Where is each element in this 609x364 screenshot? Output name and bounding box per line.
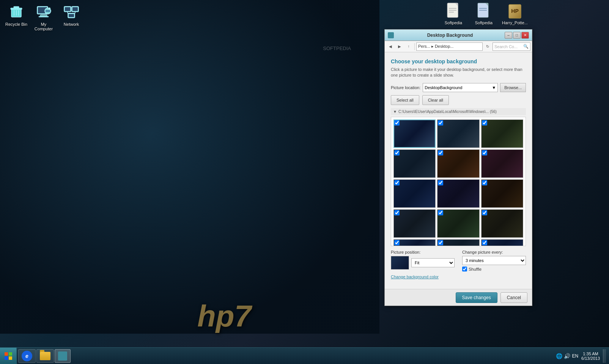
clear-all-button[interactable]: Clear all: [422, 95, 449, 105]
svg-point-12: [48, 8, 50, 10]
show-desktop-button[interactable]: [603, 349, 606, 363]
harry-potter-icon: HP: [507, 2, 523, 20]
image-checkbox-1[interactable]: [394, 120, 400, 126]
desktop-icon-recycle-bin[interactable]: Recycle Bin: [1, 2, 31, 27]
desktop: hp7 SOFTPEDIA Recycle Bin: [0, 0, 609, 364]
image-thumb-11[interactable]: [437, 209, 479, 238]
taskbar-time: 1:35 AM: [581, 351, 600, 356]
address-bar[interactable]: Pers... ▸ Desktop...: [416, 42, 483, 51]
browse-button[interactable]: Browse...: [500, 83, 526, 92]
taskbar-explorer-button[interactable]: [36, 349, 54, 363]
taskbar-clock[interactable]: 1:35 AM 6/13/2013: [581, 351, 600, 361]
change-picture-section: Change picture every: 3 minutes 10 minut…: [462, 250, 526, 271]
svg-rect-1: [11, 8, 22, 9]
change-picture-label: Change picture every:: [462, 250, 526, 254]
svg-rect-36: [9, 352, 12, 356]
taskbar-right: 🌐 🔊 EN 1:35 AM 6/13/2013: [553, 349, 609, 363]
save-changes-button[interactable]: Save changes: [456, 292, 497, 303]
desktop-icon-softpedia1[interactable]: Softpedia: [438, 2, 469, 25]
image-checkbox-10[interactable]: [394, 210, 400, 215]
image-checkbox-7[interactable]: [394, 180, 400, 185]
recycle-bin-icon: [7, 2, 25, 20]
image-thumb-3[interactable]: [481, 119, 523, 148]
image-checkbox-9[interactable]: [482, 180, 487, 185]
image-thumb-14[interactable]: [437, 239, 479, 246]
select-clear-row: Select all Clear all: [391, 95, 526, 105]
image-checkbox-14[interactable]: [438, 240, 443, 245]
document-icon: [445, 2, 461, 20]
image-thumb-13[interactable]: [393, 239, 436, 246]
image-checkbox-5[interactable]: [438, 150, 443, 155]
select-all-button[interactable]: Select all: [391, 95, 419, 105]
image-thumb-1[interactable]: [393, 119, 436, 148]
refresh-button[interactable]: ↻: [483, 42, 492, 51]
taskbar-date: 6/13/2013: [581, 356, 600, 361]
image-checkbox-12[interactable]: [482, 210, 487, 215]
desktop-icon-harry-potter[interactable]: HP Harry_Potte...: [500, 2, 530, 25]
close-button[interactable]: ✕: [521, 32, 529, 39]
start-button[interactable]: [0, 348, 17, 364]
picture-location-value: DesktopBackground: [425, 85, 462, 90]
shuffle-label: Shuffle: [469, 267, 482, 271]
taskbar-control-panel-button[interactable]: [55, 349, 71, 363]
svg-rect-18: [69, 14, 74, 17]
dialog-subtext: Click a picture to make it your desktop …: [391, 67, 526, 78]
image-checkbox-4[interactable]: [394, 150, 400, 155]
desktop-icon-softpedia2[interactable]: Softpedia: [469, 2, 499, 25]
maximize-button[interactable]: □: [513, 32, 521, 39]
image-checkbox-2[interactable]: [438, 120, 443, 126]
image-checkbox-6[interactable]: [482, 150, 487, 155]
cancel-button[interactable]: Cancel: [500, 292, 527, 303]
interval-select[interactable]: 3 minutes 10 minutes 30 minutes 1 hour: [462, 256, 526, 265]
expand-icon: ▼: [393, 110, 397, 114]
picture-location-row: Picture location: DesktopBackground ▼ Br…: [391, 83, 526, 92]
picture-position-section: Picture position: Fit Fill Stretch Tile …: [391, 250, 455, 270]
back-button[interactable]: ◀: [386, 42, 395, 51]
image-thumb-7[interactable]: [393, 179, 436, 208]
my-computer-label: MyComputer: [35, 22, 53, 31]
picture-location-select[interactable]: DesktopBackground ▼: [423, 83, 498, 92]
change-bg-color-link[interactable]: Change background color: [391, 275, 526, 279]
network-icon: [62, 2, 80, 20]
forward-button[interactable]: ▶: [395, 42, 404, 51]
svg-rect-38: [9, 356, 12, 360]
desktop-icon-network[interactable]: Network: [56, 2, 87, 27]
search-bar[interactable]: Search Co... 🔍: [493, 42, 530, 51]
image-thumb-15[interactable]: [481, 239, 523, 246]
image-checkbox-11[interactable]: [438, 210, 443, 215]
taskbar-ie-button[interactable]: e: [18, 349, 36, 363]
image-checkbox-13[interactable]: [394, 240, 400, 245]
image-cell-10: [393, 209, 436, 238]
image-cell-1: [393, 119, 436, 148]
image-thumb-10[interactable]: [393, 209, 436, 238]
image-thumb-5[interactable]: [437, 149, 479, 178]
minimize-button[interactable]: –: [505, 32, 512, 39]
image-checkbox-15[interactable]: [482, 240, 487, 245]
desktop-icon-my-computer[interactable]: MyComputer: [28, 2, 59, 31]
up-button[interactable]: ↑: [404, 42, 413, 51]
shuffle-checkbox[interactable]: [462, 267, 467, 271]
image-thumb-2[interactable]: [437, 119, 479, 148]
folder-icon: [40, 352, 50, 360]
image-cell-15: [481, 239, 523, 246]
image-thumb-12[interactable]: [481, 209, 523, 238]
image-thumb-6[interactable]: [481, 149, 523, 178]
image-thumb-9[interactable]: [481, 179, 523, 208]
image-thumb-8[interactable]: [437, 179, 479, 208]
dialog-toolbar: ◀ ▶ ↑ Pers... ▸ Desktop... ↻ Search Co..…: [385, 41, 532, 52]
svg-rect-16: [72, 7, 78, 11]
image-thumb-4[interactable]: [393, 149, 436, 178]
network-label: Network: [64, 22, 79, 27]
volume-icon[interactable]: 🔊: [564, 353, 570, 359]
network-tray-icon[interactable]: 🌐: [556, 353, 562, 359]
bottom-controls: Picture position: Fit Fill Stretch Tile …: [391, 250, 526, 271]
image-cell-13: [393, 239, 436, 246]
document-icon2: [476, 2, 492, 20]
taskbar-apps: e: [17, 349, 553, 363]
ie-icon: e: [22, 351, 32, 361]
image-grid-container[interactable]: [391, 117, 526, 246]
image-checkbox-8[interactable]: [438, 180, 443, 185]
dialog-heading: Choose your desktop background: [391, 58, 526, 64]
position-select[interactable]: Fit Fill Stretch Tile Center: [411, 258, 455, 267]
image-checkbox-3[interactable]: [482, 120, 487, 126]
